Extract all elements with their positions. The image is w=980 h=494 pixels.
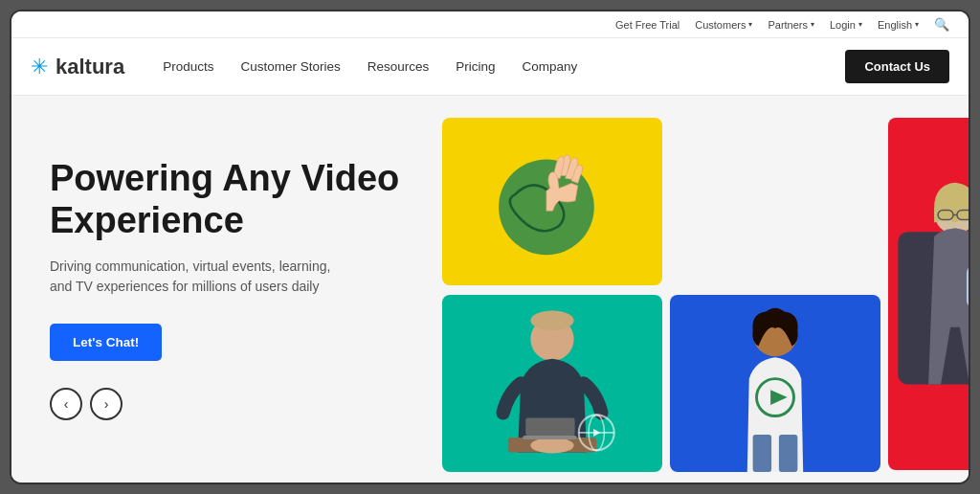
nav-customer-stories[interactable]: Customer Stories — [240, 59, 340, 74]
partners-dropdown[interactable]: Partners ▾ — [768, 19, 814, 31]
top-utility-bar: Get Free Trial Customers ▾ Partners ▾ Lo… — [11, 11, 969, 38]
presenter-svg — [442, 295, 662, 472]
nav-company[interactable]: Company — [523, 59, 578, 74]
carousel-controls: ‹ › — [50, 388, 452, 420]
hero-images — [433, 96, 969, 483]
contact-us-button[interactable]: Contact Us — [845, 50, 949, 83]
logo-text: kaltura — [56, 55, 124, 79]
main-navigation: ✳ kaltura Products Customer Stories Reso… — [11, 38, 969, 96]
svg-rect-9 — [525, 417, 574, 436]
hero-image-blue — [670, 295, 880, 472]
couch-woman-svg — [888, 118, 969, 470]
login-dropdown[interactable]: Login ▾ — [830, 19, 862, 31]
nav-links: Products Customer Stories Resources Pric… — [163, 59, 845, 74]
svg-rect-15 — [779, 435, 797, 472]
hero-image-yellow — [442, 118, 662, 285]
customers-chevron-icon: ▾ — [748, 20, 752, 29]
customers-dropdown[interactable]: Customers ▾ — [695, 19, 752, 31]
hero-content: Powering Any Video Experience Driving co… — [50, 158, 452, 420]
logo[interactable]: ✳ kaltura — [31, 55, 124, 79]
english-chevron-icon: ▾ — [915, 20, 919, 29]
lets-chat-button[interactable]: Let's Chat! — [50, 324, 162, 361]
svg-rect-8 — [523, 436, 577, 439]
english-dropdown[interactable]: English ▾ — [878, 19, 919, 31]
svg-marker-10 — [593, 429, 600, 437]
svg-rect-14 — [753, 435, 771, 472]
hand-drawing-svg — [454, 125, 652, 277]
browser-frame: Get Free Trial Customers ▾ Partners ▾ Lo… — [10, 10, 970, 484]
carousel-next-button[interactable]: › — [90, 388, 122, 420]
svg-rect-21 — [967, 265, 969, 308]
logo-icon: ✳ — [31, 55, 48, 79]
woman-svg — [670, 295, 880, 472]
nav-pricing[interactable]: Pricing — [456, 59, 495, 74]
hero-title: Powering Any Video Experience — [50, 158, 452, 241]
carousel-prev-button[interactable]: ‹ — [50, 388, 82, 420]
svg-point-4 — [530, 438, 573, 453]
hero-image-teal — [442, 295, 662, 472]
hero-subtitle: Driving communication, virtual events, l… — [50, 257, 356, 297]
search-icon[interactable]: 🔍 — [934, 17, 949, 32]
partners-chevron-icon: ▾ — [811, 20, 814, 29]
svg-point-2 — [530, 310, 573, 330]
nav-products[interactable]: Products — [163, 59, 213, 74]
get-free-trial-link[interactable]: Get Free Trial — [615, 19, 679, 31]
hero-section: Powering Any Video Experience Driving co… — [11, 96, 969, 483]
hero-image-red — [888, 118, 969, 470]
nav-resources[interactable]: Resources — [368, 59, 430, 74]
login-chevron-icon: ▾ — [858, 20, 862, 29]
